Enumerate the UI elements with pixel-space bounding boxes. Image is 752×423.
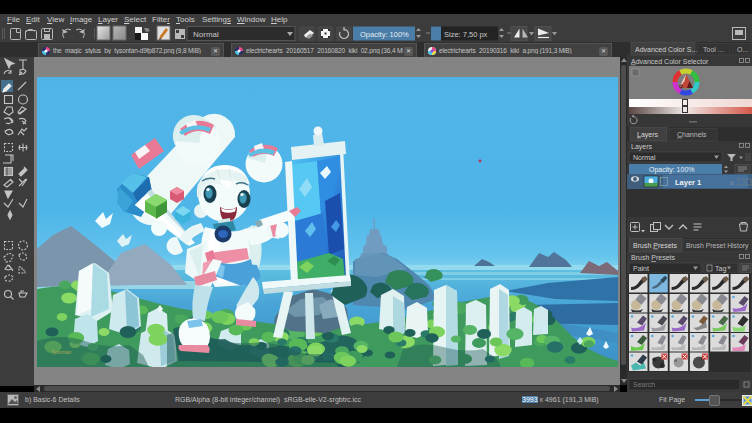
- svg-text:Layers: Layers: [637, 131, 659, 139]
- svg-text:Tag: Tag: [715, 265, 726, 273]
- svg-text:Tool ...: Tool ...: [703, 46, 724, 53]
- svg-text:Normal: Normal: [633, 154, 656, 161]
- svg-text:Opacity: 100%: Opacity: 100%: [649, 166, 695, 174]
- svg-text:Normal: Normal: [193, 30, 219, 39]
- svg-text:O...: O...: [737, 46, 748, 53]
- svg-text:Size: 7,50 px: Size: 7,50 px: [444, 30, 488, 39]
- svg-text:Search: Search: [633, 381, 655, 388]
- svg-text:Opacity: 100%: Opacity: 100%: [360, 30, 409, 39]
- svg-text:Paint: Paint: [633, 265, 649, 272]
- svg-text:Brush Presets: Brush Presets: [633, 242, 677, 249]
- svg-text:Brush Presets: Brush Presets: [631, 254, 675, 261]
- svg-text:a: a: [730, 179, 734, 186]
- svg-text:Advanced Color Selector: Advanced Color Selector: [631, 58, 709, 65]
- svg-text:Layer 1: Layer 1: [675, 178, 701, 187]
- svg-text:Advanced Color S...: Advanced Color S...: [635, 46, 697, 53]
- svg-text:Brush Preset History: Brush Preset History: [686, 242, 749, 250]
- svg-text:Channels: Channels: [677, 131, 707, 138]
- svg-text:Tysontan: Tysontan: [51, 349, 71, 355]
- svg-text:Layers: Layers: [631, 143, 653, 151]
